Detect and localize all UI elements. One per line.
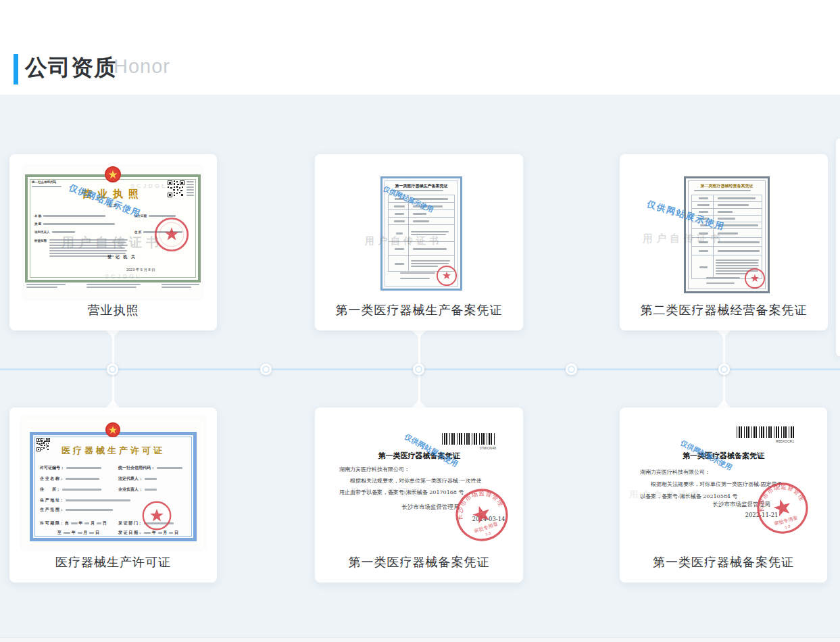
redacted-text-line [49,250,127,251]
redacted-text-line [52,231,75,233]
field-label-type: 类 型 [34,222,41,226]
barcode-label: 07MION48 [442,446,496,450]
document-title: 第一类医疗器械备案凭证 [315,451,523,461]
redacted-text-line [400,272,435,274]
national-emblem-icon [104,165,122,184]
certificate-card-class1-filing-2022[interactable]: RB5XOCR1 第一类医疗器械备案凭证 湖南力宾医疗科技有限公司： 根据相关法… [620,408,827,583]
barcode-icon [737,426,794,438]
certificate-card-class1-filing-2024[interactable]: 07MION48 第一类医疗器械备案凭证 湖南力宾医疗科技有限公司： 根据相关法… [315,408,523,583]
filing-number-line [391,190,443,191]
redacted-text-line [49,255,114,257]
certificate-title: 第一类医疗器械生产备案凭证 [382,183,460,189]
label-day: 日 [95,530,99,535]
certificate-card-production-license[interactable]: 医疗器械生产许可证 许可证编号： 统一社会信用代码： 企 业 名 称： 法定代表… [9,408,217,583]
issue-date: 2023 年 5 月 8 日 [126,268,155,272]
field-label-name: 名 称 [34,214,41,218]
footnote-center [87,284,141,288]
credit-code-value [32,186,61,187]
card-caption: 第一类医疗器械备案凭证 [620,554,827,570]
seal-number-text: 1-3 [785,524,791,529]
field-label-scope: 经营范围 [34,239,47,257]
certificate-card-class1-production-filing[interactable]: 第一类医疗器械生产备案凭证 仅供网站展示使用 用户自传证书 第一类医疗器械生产备… [315,154,523,330]
redacted-text-line [187,195,194,196]
redacted-text-line [411,266,438,267]
redacted-text-line [411,260,450,262]
credit-code-label: 统一社会信用代码 [32,180,56,184]
redacted-text-line [162,284,199,285]
label-to: 至 [57,530,61,535]
card-caption: 营业执照 [9,302,217,318]
redacted-text-line [694,190,751,191]
certificate-title: 第二类医疗器械经营备案凭证 [686,183,768,189]
label-month: 月 [83,530,87,535]
label-prod-address: 生 产 地 址： [40,498,64,502]
filing-seal-icon [436,265,458,287]
footnote-right [162,284,199,288]
label-legal-rep: 法定代表人： [118,476,143,480]
license-footnotes [26,284,199,288]
section-accent-bar [14,54,18,84]
seal-number-text: 1-3 [485,531,491,537]
redacted-text-line [391,190,443,191]
redacted-text-line [716,260,759,261]
redacted-text-line [411,231,449,232]
label-year: 年 [78,521,82,525]
addressee-line: 湖南力宾医疗科技有限公司： [339,466,410,473]
certificate-table [691,195,762,279]
certificate-card-class2-operation-filing[interactable]: 第二类医疗器械经营备案凭证 仅供网站展示使用 用户自传证书 第二类医疗 [620,154,828,330]
redacted-text-line [49,247,125,249]
timeline-node [718,364,730,375]
license-title: 医疗器械生产许可证 [33,445,193,457]
filing-seal-icon [744,268,766,289]
page-title: 公司资质 [25,53,117,83]
issuing-seal-icon [141,500,172,531]
redacted-text-line [706,277,740,278]
company-honor-page: 公司资质 Honor 统一社会信用代码 营业执照 （副 本） [0,0,840,642]
card-pointer-down [412,330,426,338]
date-line [400,278,430,279]
redacted-text-line [87,284,141,285]
section-bottom-edge [0,637,840,642]
page-subtitle: Honor [114,55,170,78]
timeline-node [260,364,272,375]
filing-certificate-image: 第一类医疗器械生产备案凭证 [380,176,462,291]
document-title: 第一类医疗器械备案凭证 [620,451,827,461]
redacted-text-line [87,287,137,288]
label-manager: 企业负责人： [118,487,143,491]
redacted-text-line [49,239,128,241]
issuer-line [400,272,435,274]
qr-code-icon [168,180,184,197]
redacted-text-line [400,278,430,279]
barcode-label: RB5XOCR1 [737,439,794,443]
redacted-text-line [43,223,115,225]
label-month: 月 [91,521,95,525]
redacted-text-line [49,242,126,243]
card-pointer-down [717,330,731,338]
license-subtitle: （副 本） [28,203,198,209]
national-emblem-icon [105,421,121,439]
field-label-address: 住 所 [134,230,141,234]
card-caption: 第二类医疗器械经营备案凭证 [620,302,828,318]
certificate-table [388,195,455,272]
redacted-text-line [187,184,194,185]
body-line-1: 根据相关法规要求，对你单位第一类医疗器械:一次性使 [350,477,482,485]
certificate-card-business-license[interactable]: 统一社会信用代码 营业执照 （副 本） 名 称 类 型 法定代表人 经营范围 [9,154,217,330]
redacted-text-line [187,181,194,182]
card-caption: 第一类医疗器械生产备案凭证 [315,302,523,318]
redacted-text-line [716,265,759,266]
body-line-2: 以备案，备案号:湘长械备 20210584 号 [640,493,738,500]
card-pointer-up [106,400,120,408]
business-license-image: 统一社会信用代码 营业执照 （副 本） 名 称 类 型 法定代表人 经营范围 [24,166,202,299]
label-credit-code: 统一社会信用代码： [118,466,155,470]
redacted-text-line [187,189,194,191]
micro-text-block [187,181,194,196]
redacted-text-line [162,287,191,288]
seal-ring-text: 长沙市市场监督管理局 [447,480,505,524]
card-caption: 第一类医疗器械备案凭证 [315,554,523,570]
field-label-established: 成立日期 [134,214,147,218]
date-line [706,282,735,284]
label-license-no: 许可证编号： [40,466,64,470]
card-pointer-up [412,400,426,408]
card-pointer-up [717,400,731,408]
redacted-text-line [26,284,66,285]
